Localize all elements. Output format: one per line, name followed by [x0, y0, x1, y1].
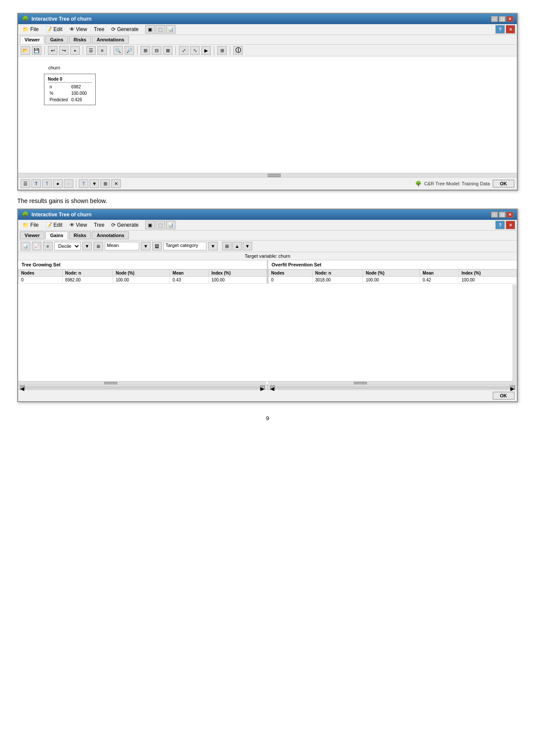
- gains-tb-2[interactable]: 📈: [32, 242, 41, 250]
- menu-generate-2[interactable]: ⟳ Generate: [109, 221, 141, 229]
- gains-tb-8[interactable]: ▼: [208, 242, 218, 250]
- gains-tb-9[interactable]: ⊞: [222, 242, 232, 250]
- tb-zoom[interactable]: 🔎: [125, 46, 134, 55]
- menu-view-1[interactable]: 👁 View: [67, 25, 90, 33]
- scroll-arrow-left-2[interactable]: ◀: [270, 385, 275, 390]
- tb-dot[interactable]: ●: [70, 46, 80, 55]
- scroll-arrow-left[interactable]: ◀: [20, 385, 25, 390]
- tab-gains-2[interactable]: Gains: [45, 231, 68, 239]
- menu-edit-1[interactable]: 📝 Edit: [43, 25, 65, 33]
- generate-icon-2: ⟳: [111, 222, 116, 228]
- footer-btn-3[interactable]: T: [42, 179, 52, 188]
- tab-risks-2[interactable]: Risks: [69, 231, 91, 239]
- gains-tb-6[interactable]: ▼: [141, 242, 150, 250]
- tb-collapse[interactable]: ⤡: [190, 46, 200, 55]
- gains-tb-4[interactable]: ▼: [82, 242, 92, 250]
- tb-expand[interactable]: ⤢: [179, 46, 188, 55]
- menu-generate-1[interactable]: ⟳ Generate: [109, 25, 141, 33]
- op-nodes-0: 0: [269, 277, 313, 284]
- node-value-pct: 100.000: [69, 90, 88, 97]
- icon-btn-a[interactable]: ▣: [145, 25, 155, 34]
- gains-tb-1[interactable]: 📊: [21, 242, 30, 250]
- icon-btn-c2[interactable]: 📊: [166, 221, 175, 229]
- scrollbar-thumb-h-1[interactable]: [268, 174, 281, 177]
- tb-list2[interactable]: ≡: [97, 46, 107, 55]
- scroll-arrow-right[interactable]: ▶: [260, 385, 265, 390]
- x-btn-2[interactable]: ✕: [506, 221, 515, 229]
- footer-btn-5[interactable]: ·: [64, 179, 73, 188]
- footer-btn-1[interactable]: ☰: [21, 179, 30, 188]
- restore-btn-2[interactable]: ◻: [499, 212, 506, 218]
- menu-tree-2[interactable]: Tree: [91, 221, 107, 229]
- decile-select[interactable]: Decile: [54, 242, 81, 250]
- tab-gains-1[interactable]: Gains: [45, 36, 68, 44]
- minimize-btn-2[interactable]: ─: [491, 212, 498, 218]
- scroll-arrow-right-2[interactable]: ▶: [510, 385, 515, 390]
- icon-btn-c[interactable]: 📊: [166, 25, 175, 34]
- restore-btn-1[interactable]: ◻: [499, 16, 506, 22]
- node-row-n: n 6982: [48, 84, 88, 90]
- scroll-track-right[interactable]: [275, 386, 510, 389]
- model-label: C&R Tree Model: Training Data: [424, 181, 490, 186]
- tb-undo[interactable]: ↩: [48, 46, 57, 55]
- close-btn-1[interactable]: ✕: [507, 16, 513, 22]
- op-index-0: 100.00: [459, 277, 516, 284]
- menu-edit-2[interactable]: 📝 Edit: [43, 221, 65, 229]
- scrollbar-h-1[interactable]: [18, 173, 517, 177]
- menu-file-2[interactable]: 📁 File: [20, 221, 41, 229]
- menu-view-2[interactable]: 👁 View: [67, 221, 90, 229]
- close-btn-2[interactable]: ✕: [507, 212, 513, 218]
- tab-risks-1[interactable]: Risks: [69, 36, 91, 44]
- page-number: 9: [17, 415, 518, 422]
- sep-5: [175, 46, 176, 55]
- footer-btn-4[interactable]: ●: [53, 179, 63, 188]
- tab-viewer-1[interactable]: Viewer: [20, 36, 44, 44]
- sep-2: [83, 46, 83, 55]
- view-icon-2: 👁: [69, 222, 75, 228]
- footer-btn-7[interactable]: ▼: [90, 179, 99, 188]
- minimize-btn-1[interactable]: ─: [491, 16, 498, 22]
- sep-6: [214, 46, 214, 55]
- tb-save[interactable]: 💾: [32, 46, 41, 55]
- tb-table[interactable]: ⊞: [217, 46, 227, 55]
- icon-btn-b2[interactable]: ⬚: [156, 221, 165, 229]
- tab-annotations-1[interactable]: Annotations: [92, 36, 129, 44]
- menu-tree-1[interactable]: Tree: [91, 25, 107, 33]
- gains-tb-7[interactable]: 🖼: [152, 242, 162, 250]
- ok-btn-1[interactable]: OK: [493, 180, 515, 187]
- x-btn-1[interactable]: ✕: [506, 25, 515, 34]
- scroll-track-left[interactable]: [25, 386, 260, 389]
- icon-btn-b[interactable]: ⬚: [156, 25, 165, 34]
- tb-info[interactable]: ⓘ: [233, 46, 243, 55]
- footer-btn-9[interactable]: ✕: [111, 179, 121, 188]
- menu-file-1[interactable]: 📁 File: [20, 25, 41, 33]
- tab-bar-2: Viewer Gains Risks Annotations: [18, 231, 517, 241]
- footer-btn-6[interactable]: T: [79, 179, 88, 188]
- icon-btn-a2[interactable]: ▣: [145, 221, 155, 229]
- gains-tb-3[interactable]: ≡: [43, 242, 53, 250]
- help-btn-1[interactable]: ?: [495, 25, 505, 34]
- footer-btn-2[interactable]: T: [31, 179, 41, 188]
- tb-list[interactable]: ☰: [86, 46, 96, 55]
- tb-search[interactable]: 🔍: [113, 46, 123, 55]
- footer-btn-8[interactable]: ⊞: [100, 179, 110, 188]
- tab-viewer-2[interactable]: Viewer: [20, 231, 44, 239]
- tb-redo[interactable]: ↪: [59, 46, 69, 55]
- tb-grid2[interactable]: ⊟: [152, 46, 161, 55]
- tb-right[interactable]: ▶: [201, 46, 211, 55]
- tree-window-icon-2: 🌳: [22, 211, 29, 218]
- sep-7: [230, 46, 230, 55]
- title-bar-controls-2: ─ ◻ ✕: [491, 212, 513, 218]
- gains-tb-11[interactable]: ▼: [243, 242, 252, 250]
- gains-tb-5[interactable]: ⊞: [94, 242, 103, 250]
- tb-grid3[interactable]: ⊠: [163, 46, 172, 55]
- tb-open[interactable]: 📂: [21, 46, 30, 55]
- scrollbar-v-op[interactable]: [513, 284, 517, 385]
- tb-grid1[interactable]: ⊞: [141, 46, 150, 55]
- tg-col-node-pct: Node (%): [113, 270, 170, 277]
- tab-annotations-2[interactable]: Annotations: [92, 231, 129, 239]
- tg-mean-0: 0.43: [170, 277, 209, 284]
- gains-tb-10[interactable]: ▲: [232, 242, 242, 250]
- help-btn-2[interactable]: ?: [495, 221, 505, 229]
- ok-btn-2[interactable]: OK: [493, 392, 515, 400]
